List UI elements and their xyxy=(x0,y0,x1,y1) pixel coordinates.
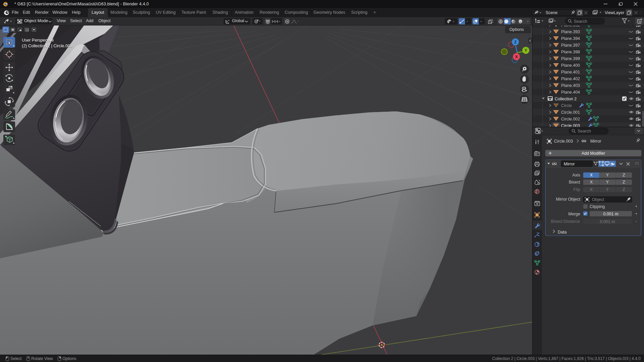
svg-text:Y: Y xyxy=(606,187,609,192)
svg-text:Clipping: Clipping xyxy=(590,204,605,209)
svg-text:X: X xyxy=(590,173,593,177)
svg-text:0.001 m: 0.001 m xyxy=(603,212,618,216)
svg-text:Y: Y xyxy=(606,180,609,185)
svg-text:Circle.001: Circle.001 xyxy=(561,110,580,115)
svg-text:Plane.403: Plane.403 xyxy=(561,83,580,88)
svg-text:Object: Object xyxy=(592,197,604,202)
svg-text:Z: Z xyxy=(514,40,516,44)
svg-text:Add Modifier: Add Modifier xyxy=(582,151,605,156)
svg-text:Search: Search xyxy=(578,129,591,134)
svg-text:Circle: Circle xyxy=(561,103,572,108)
svg-text:Z: Z xyxy=(623,173,625,177)
svg-text:Plane.394: Plane.394 xyxy=(561,36,580,41)
svg-text:Flip: Flip xyxy=(573,187,580,192)
svg-text:Z: Z xyxy=(623,187,625,192)
svg-text:X: X xyxy=(515,55,518,59)
svg-text:X: X xyxy=(590,180,593,185)
svg-text:Bisect Distance: Bisect Distance xyxy=(551,219,580,224)
svg-text:Circle.003: Circle.003 xyxy=(554,139,573,144)
svg-text:0.001 m: 0.001 m xyxy=(600,219,615,224)
svg-text:Data: Data xyxy=(558,230,566,235)
svg-text:Mirror: Mirror xyxy=(590,139,601,144)
svg-text:Bisect: Bisect xyxy=(569,180,581,185)
svg-text:Plane.400: Plane.400 xyxy=(561,63,580,68)
svg-text:Mirror Object: Mirror Object xyxy=(556,197,581,202)
svg-text:Plane.393: Plane.393 xyxy=(561,30,580,34)
svg-text:Y: Y xyxy=(606,173,609,177)
svg-text:Plane.398: Plane.398 xyxy=(561,50,580,54)
svg-text:Mirror: Mirror xyxy=(564,162,575,166)
svg-text:Plane.399: Plane.399 xyxy=(561,56,580,61)
svg-text:Axis: Axis xyxy=(572,173,580,177)
svg-text:X: X xyxy=(590,187,593,192)
svg-text:Y: Y xyxy=(524,48,527,52)
svg-text:Z: Z xyxy=(623,180,625,185)
svg-text:Search: Search xyxy=(574,19,587,24)
svg-text:Circle.002: Circle.002 xyxy=(561,117,580,121)
svg-text:Plane.404: Plane.404 xyxy=(561,90,580,95)
svg-text:Plane.402: Plane.402 xyxy=(561,76,580,81)
svg-text:Merge: Merge xyxy=(568,212,580,216)
svg-text:Plane.397: Plane.397 xyxy=(561,43,580,48)
svg-text:Circle.003: Circle.003 xyxy=(561,123,580,127)
svg-text:Collection 2: Collection 2 xyxy=(555,97,577,101)
svg-text:Plane.401: Plane.401 xyxy=(561,70,580,74)
